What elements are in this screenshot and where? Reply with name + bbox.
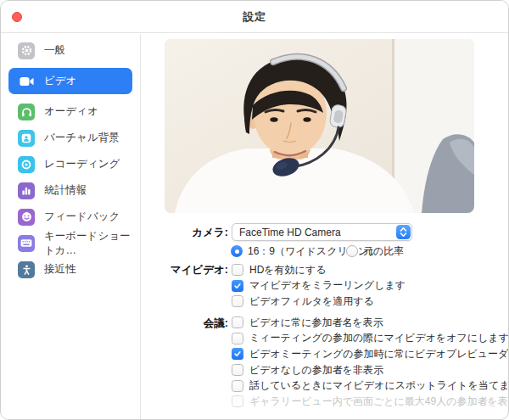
checkbox-checked[interactable] bbox=[232, 348, 243, 360]
smiley-icon bbox=[18, 209, 35, 226]
window-title: 設定 bbox=[1, 1, 508, 33]
checkbox-unchecked[interactable] bbox=[232, 333, 243, 344]
sidebar-item-label: バーチャル背景 bbox=[44, 131, 120, 145]
checkbox-disabled bbox=[232, 395, 243, 407]
headphones-icon bbox=[18, 104, 35, 120]
stepper-icon bbox=[396, 225, 411, 239]
checkbox-label: ビデオミーティングの参加時に常にビデオプレビューダイアログを表示 bbox=[249, 347, 509, 361]
bar-chart-icon bbox=[18, 182, 35, 199]
sidebar-item-label: 接近性 bbox=[44, 262, 76, 277]
option-hide-non-video-participants[interactable]: ビデオなしの参加者を非表示 bbox=[232, 362, 509, 378]
sidebar-item-keyboard-shortcuts[interactable]: キーボードショートカ… bbox=[8, 230, 132, 256]
sidebar-item-statistics[interactable]: 統計情報 bbox=[8, 177, 132, 204]
checkbox-label: HDを有効にする bbox=[249, 263, 326, 277]
checkbox-unchecked[interactable] bbox=[232, 264, 243, 276]
checkbox-label: 話しているときにマイビデオにスポットライトを当てます bbox=[249, 378, 509, 393]
sidebar-item-audio[interactable]: オーディオ bbox=[8, 98, 132, 125]
virtual-background-icon bbox=[18, 130, 35, 147]
sidebar-item-recording[interactable]: レコーディング bbox=[8, 151, 132, 177]
checkbox-unchecked[interactable] bbox=[232, 364, 243, 376]
sidebar-item-video[interactable]: ビデオ bbox=[8, 68, 132, 94]
sidebar-item-feedback[interactable]: フィードバック bbox=[8, 204, 132, 230]
option-enable-hd[interactable]: HDを有効にする bbox=[232, 262, 406, 278]
sidebar-item-label: 一般 bbox=[44, 43, 65, 58]
video-preview bbox=[165, 39, 474, 213]
sidebar-item-virtual-background[interactable]: バーチャル背景 bbox=[8, 125, 132, 151]
checkbox-label: ビデオに常に参加者名を表示 bbox=[249, 316, 383, 330]
checkbox-unchecked[interactable] bbox=[232, 295, 243, 307]
option-gallery-49-participants: ギャラリービュー内で画面ごとに最大49人の参加者を表示 bbox=[232, 394, 509, 410]
aspect-option-original[interactable]: 元の比率 bbox=[346, 245, 404, 257]
my-video-options: HDを有効にする マイビデオをミラーリングします ビデオフィルタを適用する bbox=[232, 262, 406, 310]
record-icon bbox=[18, 156, 35, 173]
option-show-participant-names[interactable]: ビデオに常に参加者名を表示 bbox=[232, 315, 509, 331]
checkbox-label: ビデオなしの参加者を非表示 bbox=[249, 363, 383, 378]
sidebar-item-label: ビデオ bbox=[44, 74, 76, 88]
sidebar-item-label: フィードバック bbox=[44, 210, 120, 224]
video-camera-icon bbox=[18, 73, 35, 90]
sidebar-item-label: レコーディング bbox=[44, 157, 120, 171]
close-button[interactable] bbox=[12, 12, 22, 22]
option-turn-off-video-on-join[interactable]: ミィーティングの参加の際にマイビデオをオフにします bbox=[232, 331, 509, 347]
sidebar-item-label: 統計情報 bbox=[44, 183, 87, 198]
settings-window: 設定 一般 ビデオ オーディオ バーチャル背景 bbox=[0, 0, 509, 420]
radio-unselected[interactable] bbox=[346, 245, 358, 257]
checkbox-label: ビデオフィルタを適用する bbox=[249, 294, 374, 309]
my-video-label: マイビデオ: bbox=[149, 264, 228, 277]
meeting-label: 会議: bbox=[149, 317, 228, 330]
sidebar: 一般 ビデオ オーディオ バーチャル背景 レコーディング bbox=[1, 34, 141, 419]
option-spotlight-when-speaking[interactable]: 話しているときにマイビデオにスポットライトを当てます bbox=[232, 378, 509, 394]
meeting-options: ビデオに常に参加者名を表示 ミィーティングの参加の際にマイビデオをオフにします … bbox=[232, 315, 509, 410]
camera-select-value: FaceTime HD Camera bbox=[239, 227, 341, 238]
accessibility-icon bbox=[18, 261, 35, 278]
option-mirror-video[interactable]: マイビデオをミラーリングします bbox=[232, 278, 406, 294]
keyboard-icon bbox=[18, 235, 35, 252]
radio-label: 元の比率 bbox=[363, 244, 404, 259]
sidebar-item-label: オーディオ bbox=[44, 104, 98, 119]
option-show-video-preview-dialog[interactable]: ビデオミーティングの参加時に常にビデオプレビューダイアログを表示 bbox=[232, 346, 509, 362]
sidebar-item-accessibility[interactable]: 接近性 bbox=[8, 256, 132, 283]
checkbox-label: ミィーティングの参加の際にマイビデオをオフにします bbox=[249, 331, 509, 345]
sidebar-item-general[interactable]: 一般 bbox=[8, 37, 132, 64]
checkbox-checked[interactable] bbox=[232, 280, 243, 292]
titlebar: 設定 bbox=[1, 1, 508, 33]
camera-select[interactable]: FaceTime HD Camera bbox=[232, 223, 412, 241]
radio-selected[interactable] bbox=[231, 245, 243, 257]
option-video-filter[interactable]: ビデオフィルタを適用する bbox=[232, 294, 406, 310]
gear-icon bbox=[18, 42, 35, 59]
checkbox-unchecked[interactable] bbox=[232, 316, 243, 328]
sidebar-item-label: キーボードショートカ… bbox=[44, 229, 132, 258]
checkbox-label: マイビデオをミラーリングします bbox=[249, 278, 406, 293]
checkbox-label: ギャラリービュー内で画面ごとに最大49人の参加者を表示 bbox=[249, 395, 509, 409]
camera-label: カメラ: bbox=[149, 227, 228, 239]
checkbox-unchecked[interactable] bbox=[232, 380, 243, 392]
